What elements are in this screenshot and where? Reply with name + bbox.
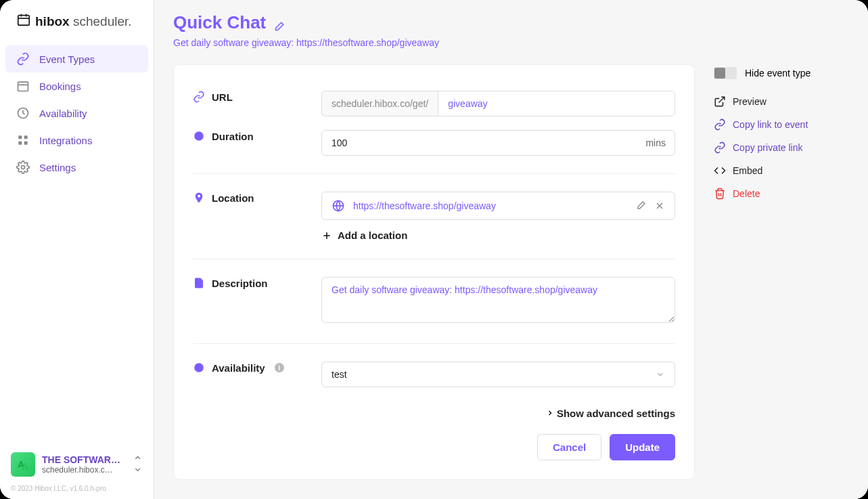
file-icon	[193, 277, 205, 289]
gear-icon	[16, 160, 30, 174]
code-icon	[714, 165, 726, 177]
user-menu-toggle[interactable]: ⌃⌄	[132, 458, 143, 471]
pin-icon	[193, 192, 205, 204]
show-advanced-button[interactable]: Show advanced settings	[193, 408, 675, 419]
sidebar-item-settings[interactable]: Settings	[5, 154, 148, 181]
location-label: Location	[212, 192, 254, 204]
sidebar-user[interactable]: AA THE SOFTWARE … scheduler.hibox.c… ⌃⌄	[0, 444, 154, 482]
url-label: URL	[212, 91, 233, 103]
svg-point-11	[22, 166, 25, 169]
hide-event-label: Hide event type	[745, 68, 810, 79]
url-prefix: scheduler.hibox.co/get/	[321, 91, 438, 116]
add-location-button[interactable]: Add a location	[321, 230, 675, 241]
duration-input[interactable]	[321, 130, 675, 156]
update-button[interactable]: Update	[610, 434, 675, 460]
location-chip: https://thesoftware.shop/giveaway	[321, 192, 675, 220]
duration-label: Duration	[212, 131, 254, 142]
description-label: Description	[212, 278, 268, 289]
url-input[interactable]	[438, 91, 675, 116]
svg-point-19	[194, 363, 204, 372]
external-link-icon	[714, 95, 726, 108]
user-url: scheduler.hibox.c…	[42, 465, 125, 475]
sidebar-label: Bookings	[39, 81, 81, 92]
clock-icon	[193, 130, 205, 142]
svg-line-20	[719, 97, 725, 102]
calendar-icon	[16, 79, 30, 93]
info-icon[interactable]: i	[275, 363, 284, 372]
brand-logo: hibox scheduler.	[0, 0, 154, 40]
link-icon	[714, 142, 726, 154]
location-url: https://thesoftware.shop/giveaway	[353, 200, 496, 211]
clock-icon	[193, 362, 205, 374]
sidebar-item-bookings[interactable]: Bookings	[5, 72, 148, 100]
cancel-button[interactable]: Cancel	[537, 434, 601, 460]
delete-button[interactable]: Delete	[714, 182, 849, 205]
availability-label: Availability	[212, 362, 265, 374]
copy-private-link-button[interactable]: Copy private link	[714, 136, 849, 159]
clock-icon	[16, 106, 30, 120]
description-input[interactable]	[321, 277, 675, 323]
chevron-right-icon	[546, 408, 554, 416]
sidebar-label: Availability	[39, 108, 87, 119]
svg-rect-4	[18, 82, 28, 91]
page-subtitle: Get daily software giveaway: https://the…	[173, 37, 849, 48]
main-content: Quick Chat Get daily software giveaway: …	[154, 0, 868, 499]
trash-icon	[714, 188, 726, 200]
hide-event-toggle[interactable]	[714, 67, 737, 79]
calendar-logo-icon	[16, 12, 31, 30]
grid-icon	[16, 133, 30, 147]
edit-location-icon[interactable]	[635, 200, 646, 211]
chevron-down-icon	[656, 370, 665, 379]
preview-button[interactable]: Preview	[714, 90, 849, 113]
page-title: Quick Chat	[173, 12, 849, 33]
svg-rect-10	[24, 142, 28, 145]
remove-location-icon[interactable]	[654, 200, 665, 211]
actions-rail: Hide event type Preview Copy link to eve…	[714, 64, 849, 205]
sidebar-item-event-types[interactable]: Event Types	[5, 45, 148, 72]
copy-event-link-button[interactable]: Copy link to event	[714, 113, 849, 136]
sidebar-label: Event Types	[39, 53, 95, 65]
sidebar-label: Settings	[39, 162, 76, 173]
sidebar-item-availability[interactable]: Availability	[5, 100, 148, 127]
sidebar: hibox scheduler. Event Types Bookings Av…	[0, 0, 154, 499]
sidebar-label: Integrations	[39, 135, 92, 146]
avatar: AA	[11, 452, 35, 477]
svg-rect-0	[18, 16, 30, 26]
link-icon	[714, 118, 726, 131]
availability-select[interactable]: test	[321, 362, 675, 387]
embed-button[interactable]: Embed	[714, 159, 849, 182]
copyright: © 2023 Hibox LLC, v1.6.0.h-pro	[0, 482, 154, 499]
sidebar-item-integrations[interactable]: Integrations	[5, 127, 148, 154]
duration-unit: mins	[645, 137, 666, 148]
user-name: THE SOFTWARE …	[42, 454, 125, 465]
svg-rect-9	[18, 142, 22, 145]
svg-rect-8	[24, 135, 28, 139]
sidebar-nav: Event Types Bookings Availability Integr…	[0, 40, 154, 181]
globe-icon	[332, 199, 345, 213]
link-icon	[193, 91, 205, 103]
svg-point-12	[194, 131, 204, 141]
edit-title-icon[interactable]	[273, 17, 285, 29]
event-form-card: URL scheduler.hibox.co/get/ Duration min…	[173, 64, 695, 480]
plus-icon	[321, 230, 332, 241]
link-icon	[16, 52, 30, 66]
svg-rect-7	[18, 135, 22, 139]
